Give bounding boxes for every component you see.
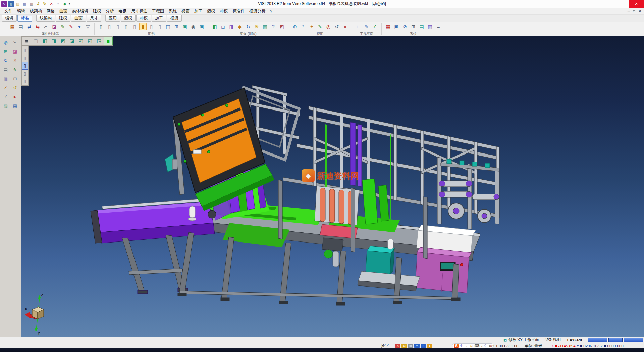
cascade-view-icon[interactable]: ▣ <box>181 23 189 30</box>
menu-item[interactable]: 线架构 <box>28 8 44 14</box>
tray-help-icon[interactable]: ? <box>414 344 420 348</box>
dynamic-view-icon[interactable]: ■ <box>104 37 113 45</box>
menu-item[interactable]: 工程图 <box>150 8 166 14</box>
clipboard-slot-icon-5[interactable]: ▯ <box>22 78 28 85</box>
new-file-icon[interactable]: ▯ <box>8 1 14 7</box>
undo-icon[interactable]: ↺ <box>35 1 41 7</box>
menu-item[interactable]: 系统 <box>166 8 179 14</box>
编辑[interactable]: 编辑 <box>2 15 17 22</box>
render-quality-icon[interactable]: ◆ <box>236 23 244 30</box>
menu-item[interactable]: 网格 <box>44 8 57 14</box>
help-icon[interactable]: ? <box>55 1 61 7</box>
database-icon[interactable]: ▥ <box>2 75 9 82</box>
wireframe-icon[interactable]: ◻ <box>219 23 227 30</box>
edit-remove-icon[interactable]: ✎ <box>67 23 75 30</box>
iso-view-icon-4[interactable]: ◪ <box>67 37 76 45</box>
visi-logo-icon[interactable]: V <box>1 1 7 7</box>
entity-info-icon[interactable]: ? <box>270 23 277 30</box>
transform-icon[interactable]: ↻ <box>2 57 9 64</box>
menu-item[interactable]: 曲面 <box>57 8 70 14</box>
应用[interactable]: 应用 <box>105 15 120 22</box>
ime-keyboard-icon[interactable]: ⌨ <box>475 344 480 348</box>
swap-attributes-icon[interactable]: ⇄ <box>25 23 33 30</box>
tray-count-icon[interactable]: 2 <box>421 344 426 348</box>
split-view-icon[interactable]: ◫ <box>164 23 172 30</box>
trim-icon[interactable]: ✂ <box>11 39 19 46</box>
tray-star-icon[interactable]: ★ <box>427 344 432 348</box>
erase-icon[interactable]: ◪ <box>11 48 19 55</box>
calculator-icon[interactable]: ⊟ <box>11 75 19 82</box>
menu-item[interactable]: 标准件 <box>230 8 247 14</box>
delete-icon[interactable]: ✕ <box>48 1 54 7</box>
snap-grid-icon[interactable]: ⊞ <box>2 48 9 55</box>
active-window-icon[interactable]: ▮ <box>139 23 147 30</box>
measure-icon[interactable]: ∠ <box>2 84 9 91</box>
layer-status[interactable]: LAYER0 <box>564 337 585 343</box>
print-icon[interactable]: ▥ <box>28 1 34 7</box>
lighting-icon[interactable]: ☀ <box>253 23 260 30</box>
edit-add-icon[interactable]: ✎ <box>59 23 66 30</box>
previous-view-icon[interactable]: ↺ <box>333 23 340 30</box>
window-bar-icon-1[interactable]: ▯ <box>106 23 113 30</box>
view-list-icon[interactable]: ≡ <box>22 37 31 45</box>
roller-station[interactable] <box>437 157 499 229</box>
info-icon[interactable]: ◆ <box>62 1 68 7</box>
window-bar-icon-3[interactable]: ▯ <box>122 23 130 30</box>
delete-red-icon[interactable]: ✕ <box>11 57 19 64</box>
clipboard-slot-icon-3[interactable]: ▯ <box>22 62 28 70</box>
close-button[interactable]: ✕ <box>629 0 644 8</box>
iso-view-icon-1[interactable]: ◧ <box>40 37 49 45</box>
window-bar-icon-5[interactable]: ▯ <box>148 23 155 30</box>
hidden-line-icon[interactable]: ◨ <box>228 23 235 30</box>
menu-item[interactable]: 视窗 <box>179 8 192 14</box>
zoom-target-icon[interactable]: ◎ <box>325 23 332 30</box>
塑模[interactable]: 塑模 <box>121 15 136 22</box>
minimize-button[interactable]: ─ <box>598 0 613 8</box>
statistics-icon[interactable]: ▨ <box>426 23 434 30</box>
palette-icon[interactable]: ▨ <box>2 102 9 109</box>
guide-panels[interactable] <box>362 179 389 224</box>
加工[interactable]: 加工 <box>152 15 166 22</box>
menu-item[interactable]: 编辑 <box>15 8 28 14</box>
flags-icon[interactable]: ► <box>11 93 19 100</box>
save-file-icon[interactable]: ▦ <box>21 1 28 7</box>
filter-reset-icon[interactable]: ▽ <box>84 23 92 30</box>
workplane-status[interactable]: ◩ 修改 XY 工作平面 <box>500 337 542 343</box>
mdi-minimize-icon[interactable]: ─ <box>627 9 630 13</box>
filter-elements-icon[interactable]: ▼ <box>76 23 83 30</box>
material-icon[interactable]: ▩ <box>261 23 269 30</box>
layers-icon[interactable]: ▤ <box>2 66 9 73</box>
ime-emoji-icon[interactable]: ☺ <box>470 344 473 348</box>
select-icon[interactable]: ◎ <box>2 39 9 46</box>
open-file-icon[interactable]: ▤ <box>15 1 21 7</box>
erase-elements-icon[interactable]: ◪ <box>51 23 58 30</box>
section-view-icon[interactable]: ◩ <box>278 23 285 30</box>
save-view-icon[interactable]: ▦ <box>11 102 19 109</box>
window-bar-icon-2[interactable]: ▯ <box>114 23 121 30</box>
尺寸[interactable]: 尺寸 <box>87 15 101 22</box>
menu-item[interactable]: 尺寸标注 <box>129 8 150 14</box>
dynamic-rotation-icon[interactable]: ↻ <box>245 23 252 30</box>
machine-model[interactable] <box>21 36 644 337</box>
undo-tool-icon[interactable]: ↺ <box>11 84 19 91</box>
profile-icon[interactable]: ≡ <box>435 23 442 30</box>
maximize-button[interactable]: □ <box>613 0 629 8</box>
menu-item[interactable]: 模流分析 <box>247 8 268 14</box>
ruler-icon[interactable]: ∕ <box>2 93 9 100</box>
monitor-icon[interactable]: ▣ <box>393 23 400 30</box>
top-view-icon[interactable]: ◰ <box>76 37 86 45</box>
模流[interactable]: 模流 <box>167 15 182 22</box>
screen-capture-icon[interactable]: ▣ <box>198 23 205 30</box>
status-blue-field-3[interactable] <box>624 338 643 342</box>
ime-mic-icon[interactable]: ♪ <box>481 344 483 348</box>
ime-punct-icon[interactable]: ， <box>465 344 469 348</box>
冲模[interactable]: 冲模 <box>136 15 151 22</box>
tray-print-icon[interactable]: ▤ <box>408 344 413 348</box>
tray-mail-icon[interactable]: ✉ <box>401 344 407 348</box>
ime-skin-icon[interactable]: ☾ <box>484 344 487 348</box>
menu-item[interactable]: 分析 <box>103 8 116 14</box>
menu-item[interactable]: 电极 <box>116 8 129 14</box>
menu-item[interactable]: 文件 <box>2 8 15 14</box>
曲面[interactable]: 曲面 <box>71 15 86 22</box>
tray-alert-icon[interactable]: ✕ <box>395 344 400 348</box>
